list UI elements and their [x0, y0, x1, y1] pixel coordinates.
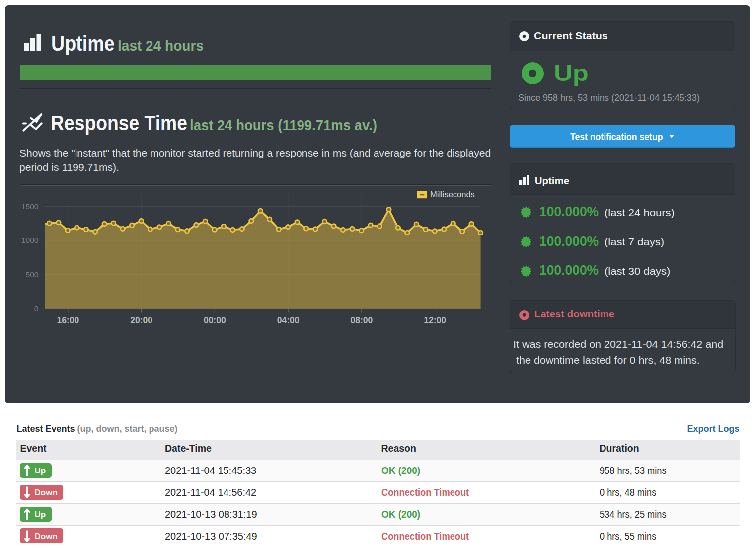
svg-text:0: 0 — [34, 304, 39, 313]
svg-text:500: 500 — [26, 270, 39, 279]
svg-text:00:00: 00:00 — [204, 315, 226, 325]
svg-text:1000: 1000 — [21, 236, 39, 244]
svg-text:08:00: 08:00 — [351, 315, 373, 325]
svg-text:1500: 1500 — [21, 202, 39, 211]
svg-text:20:00: 20:00 — [130, 315, 152, 325]
svg-text:Milliseconds: Milliseconds — [430, 190, 475, 199]
svg-text:16:00: 16:00 — [57, 315, 79, 325]
svg-text:04:00: 04:00 — [277, 315, 300, 325]
svg-text:12:00: 12:00 — [424, 315, 446, 325]
